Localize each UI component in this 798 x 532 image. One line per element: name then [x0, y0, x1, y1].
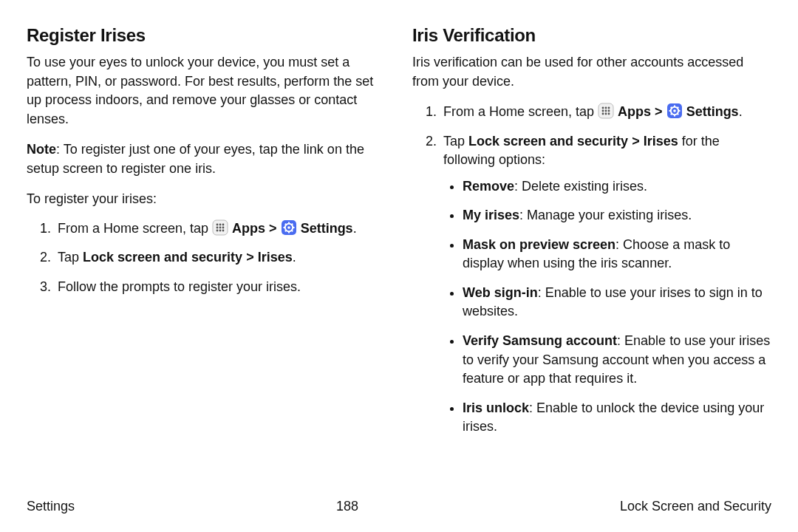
apps-label: Apps [618, 104, 651, 119]
option-label: Iris unlock [463, 400, 529, 415]
note-text: : To register just one of your eyes, tap… [27, 142, 364, 176]
footer-right: Lock Screen and Security [620, 499, 771, 514]
svg-point-26 [605, 110, 607, 112]
svg-point-27 [608, 110, 610, 112]
svg-point-24 [608, 107, 610, 109]
step1-pre: From a Home screen, tap [58, 221, 212, 236]
heading-register-irises: Register Irises [27, 25, 386, 46]
svg-point-2 [219, 223, 222, 225]
arrow: > [265, 221, 281, 236]
list-item: My irises: Manage your existing irises. [463, 206, 771, 225]
list-item: Iris unlock: Enable to unlock the device… [463, 399, 771, 437]
note-label: Note [27, 142, 56, 157]
svg-line-39 [677, 114, 678, 115]
settings-icon [281, 219, 297, 236]
verification-steps: From a Home screen, tap Apps > [412, 103, 771, 437]
list-item: Web sign-in: Enable to use your irises t… [463, 284, 771, 321]
svg-point-25 [602, 110, 604, 112]
lead-text: To register your irises: [27, 190, 386, 209]
list-item: Remove: Delete existing irises. [463, 177, 771, 197]
svg-point-29 [605, 113, 607, 115]
options-list: Remove: Delete existing irises. My irise… [443, 177, 771, 437]
svg-line-41 [670, 114, 671, 115]
step2-bold: Lock screen and security > Irises [83, 250, 293, 265]
list-item: Mask on preview screen: Choose a mask to… [463, 236, 771, 273]
intro-paragraph: To use your eyes to unlock your device, … [27, 53, 386, 129]
svg-point-28 [602, 113, 604, 115]
svg-point-12 [287, 226, 290, 229]
step-1: From a Home screen, tap Apps > [55, 219, 386, 239]
svg-line-18 [291, 231, 292, 231]
heading-iris-verification: Iris Verification [412, 25, 771, 46]
settings-label: Settings [301, 221, 353, 236]
svg-point-6 [222, 226, 225, 228]
svg-point-9 [222, 229, 225, 231]
option-label: Remove [463, 179, 514, 194]
step-2: Tap Lock screen and security > Irises. [55, 248, 386, 267]
list-item: Verify Samsung account: Enable to use yo… [463, 332, 771, 389]
intro-paragraph: Iris verification can be used for other … [412, 53, 771, 91]
register-steps: From a Home screen, tap Apps > [27, 219, 386, 297]
period: . [293, 250, 296, 265]
step1-pre: From a Home screen, tap [443, 104, 598, 119]
apps-label: Apps [232, 221, 265, 236]
svg-line-38 [670, 107, 671, 108]
step-3: Follow the prompts to register your iris… [55, 278, 386, 297]
svg-point-8 [219, 229, 222, 231]
arrow: > [651, 104, 666, 119]
svg-line-40 [677, 107, 678, 108]
footer-left: Settings [27, 499, 75, 514]
svg-line-19 [291, 224, 292, 225]
svg-point-1 [216, 223, 219, 225]
svg-point-5 [219, 226, 222, 228]
svg-point-22 [602, 107, 604, 109]
option-label: Mask on preview screen [463, 237, 615, 252]
right-column: Iris Verification Iris verification can … [412, 25, 771, 447]
period: . [353, 221, 357, 236]
step-1: From a Home screen, tap Apps > [440, 103, 771, 122]
settings-label: Settings [686, 104, 739, 119]
svg-line-17 [284, 224, 285, 225]
step-2: Tap Lock screen and security > Irises fo… [440, 132, 771, 437]
option-text: : Manage your existing irises. [519, 208, 692, 222]
apps-icon [212, 219, 228, 236]
svg-point-4 [216, 226, 219, 228]
svg-point-23 [605, 107, 607, 109]
left-column: Register Irises To use your eyes to unlo… [27, 25, 386, 447]
svg-point-33 [673, 109, 676, 112]
settings-icon [666, 103, 683, 119]
svg-point-7 [216, 229, 219, 231]
note-paragraph: Note: To register just one of your eyes,… [27, 140, 386, 178]
option-label: My irises [463, 208, 519, 222]
apps-icon [598, 103, 614, 119]
option-label: Web sign-in [463, 285, 538, 300]
svg-point-30 [608, 113, 610, 115]
svg-point-3 [222, 223, 225, 225]
step2-bold: Lock screen and security > Irises [468, 134, 678, 149]
page-number: 188 [336, 499, 358, 514]
page-footer: Settings 188 Lock Screen and Security [27, 499, 771, 514]
option-text: : Delete existing irises. [514, 179, 647, 194]
step2-pre: Tap [443, 134, 468, 149]
step2-pre: Tap [58, 250, 83, 265]
period: . [739, 104, 743, 119]
option-label: Verify Samsung account [463, 333, 617, 348]
svg-line-20 [284, 231, 285, 231]
content-columns: Register Irises To use your eyes to unlo… [27, 25, 771, 447]
